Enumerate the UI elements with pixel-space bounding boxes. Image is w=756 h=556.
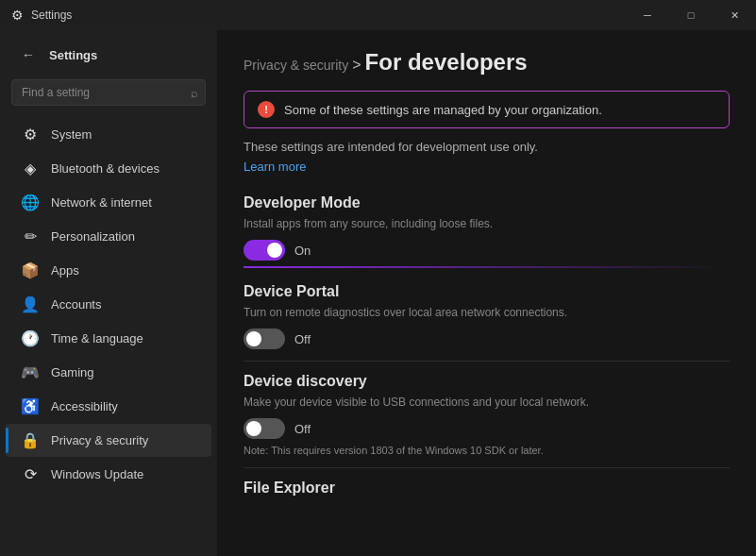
sidebar-item-system[interactable]: ⚙ System (6, 118, 211, 151)
file-explorer-section: File Explorer (244, 480, 730, 497)
sidebar-item-label: Gaming (51, 365, 94, 379)
device-discovery-section: Device discovery Make your device visibl… (244, 373, 730, 456)
sidebar-item-label: Time & language (51, 331, 143, 345)
sidebar-item-label: Personalization (51, 229, 135, 244)
developer-mode-toggle-row: On (244, 240, 730, 261)
sidebar-item-bluetooth[interactable]: ◈ Bluetooth & devices (6, 152, 211, 185)
device-discovery-title: Device discovery (244, 373, 730, 390)
device-portal-title: Device Portal (244, 283, 730, 300)
learn-more-link[interactable]: Learn more (244, 160, 306, 174)
main-content: Privacy & security > For developers ! So… (217, 30, 756, 556)
accessibility-icon: ♿ (21, 397, 40, 415)
developer-mode-toggle[interactable] (244, 240, 285, 261)
titlebar-title: Settings (31, 8, 72, 22)
device-portal-toggle-row: Off (244, 329, 730, 349)
sidebar-item-time[interactable]: 🕐 Time & language (6, 322, 211, 355)
sidebar-item-gaming[interactable]: 🎮 Gaming (6, 356, 211, 389)
sidebar-item-label: Network & internet (51, 195, 152, 210)
bluetooth-icon: ◈ (21, 160, 40, 177)
titlebar-left: ⚙ Settings (11, 8, 72, 23)
update-icon: ⟳ (21, 465, 40, 483)
breadcrumb-separator: > (352, 57, 361, 74)
sidebar-item-update[interactable]: ⟳ Windows Update (6, 458, 211, 491)
file-explorer-title: File Explorer (244, 480, 730, 497)
divider-1 (244, 361, 730, 362)
developer-mode-underline (244, 266, 730, 268)
developer-mode-desc: Install apps from any source, including … (244, 217, 730, 230)
privacy-icon: 🔒 (21, 431, 40, 449)
sidebar-item-apps[interactable]: 📦 Apps (6, 254, 211, 287)
sidebar-item-network[interactable]: 🌐 Network & internet (6, 186, 211, 219)
apps-icon: 📦 (21, 261, 40, 279)
device-portal-toggle[interactable] (244, 329, 285, 349)
sidebar-item-label: Accessibility (51, 399, 118, 413)
developer-mode-toggle-label: On (294, 244, 311, 258)
search-input[interactable] (11, 79, 206, 106)
titlebar-controls: ─ □ ✕ (626, 0, 756, 30)
device-discovery-toggle-row: Off (244, 418, 730, 439)
sidebar: ← Settings ⌕ ⚙ System ◈ Bluetooth & devi… (0, 30, 217, 556)
device-discovery-toggle-label: Off (294, 422, 311, 436)
app-icon: ⚙ (11, 8, 24, 23)
network-icon: 🌐 (21, 194, 40, 211)
maximize-button[interactable]: □ (669, 0, 713, 30)
developer-mode-section: Developer Mode Install apps from any sou… (244, 194, 730, 268)
search-container: ⌕ (11, 79, 206, 106)
close-button[interactable]: ✕ (713, 0, 756, 30)
sidebar-item-privacy[interactable]: 🔒 Privacy & security (6, 424, 211, 457)
sidebar-item-personalization[interactable]: ✏ Personalization (6, 220, 211, 253)
nav-items: ⚙ System ◈ Bluetooth & devices 🌐 Network… (0, 113, 217, 556)
device-discovery-toggle[interactable] (244, 418, 285, 439)
accounts-icon: 👤 (21, 295, 40, 313)
warning-text: Some of these settings are managed by yo… (284, 103, 602, 117)
back-icon: ← (22, 47, 35, 62)
sidebar-item-label: Windows Update (51, 467, 143, 481)
developer-mode-title: Developer Mode (244, 194, 730, 211)
page-title: For developers (365, 49, 528, 76)
device-discovery-desc: Make your device visible to USB connecti… (244, 396, 730, 409)
sidebar-item-label: Bluetooth & devices (51, 161, 160, 176)
gaming-icon: 🎮 (21, 363, 40, 381)
device-discovery-note: Note: This requires version 1803 of the … (244, 445, 730, 456)
dev-only-text: These settings are intended for developm… (244, 140, 730, 154)
system-icon: ⚙ (21, 126, 40, 143)
warning-icon: ! (258, 101, 275, 118)
sidebar-item-label: Privacy & security (51, 433, 148, 447)
sidebar-item-label: Accounts (51, 297, 101, 312)
device-portal-section: Device Portal Turn on remote diagnostics… (244, 283, 730, 349)
device-portal-desc: Turn on remote diagnostics over local ar… (244, 306, 730, 319)
divider-2 (244, 467, 730, 468)
search-icon: ⌕ (191, 86, 198, 100)
breadcrumb-parent: Privacy & security (244, 58, 348, 73)
time-icon: 🕐 (21, 329, 40, 347)
sidebar-item-label: Apps (51, 263, 79, 278)
sidebar-header: ← Settings (0, 30, 217, 76)
back-button[interactable]: ← (15, 42, 42, 68)
titlebar: ⚙ Settings ─ □ ✕ (0, 0, 756, 30)
sidebar-item-label: System (51, 127, 92, 142)
personalize-icon: ✏ (21, 227, 40, 245)
breadcrumb: Privacy & security > For developers (244, 49, 730, 76)
device-portal-toggle-label: Off (294, 332, 311, 346)
sidebar-item-accounts[interactable]: 👤 Accounts (6, 288, 211, 321)
warning-banner: ! Some of these settings are managed by … (244, 91, 730, 128)
app-container: ← Settings ⌕ ⚙ System ◈ Bluetooth & devi… (0, 30, 756, 556)
minimize-button[interactable]: ─ (626, 0, 669, 30)
sidebar-app-title: Settings (49, 48, 97, 62)
sidebar-item-accessibility[interactable]: ♿ Accessibility (6, 390, 211, 423)
